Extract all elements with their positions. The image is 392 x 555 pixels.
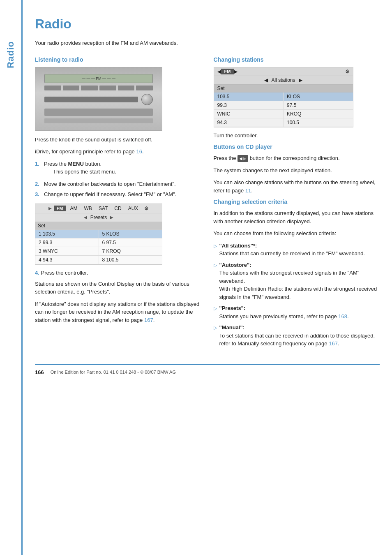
radio-btn-1: [44, 86, 61, 90]
criteria-manual-desc: To set stations that can be received in …: [219, 333, 375, 347]
cs-row-4: 94.3 100.5: [214, 118, 353, 127]
settings-icon[interactable]: ⚙: [144, 206, 149, 211]
cs-header: ◀ FM ▶ ⚙: [214, 67, 353, 76]
step-1-sub: This opens the start menu.: [53, 168, 116, 176]
step-2-num: 2.: [35, 180, 42, 188]
bullet-arrow-4: ▷: [214, 324, 217, 348]
changing-stations-img: ◀ FM ▶ ⚙ ◀ All stations ▶ Set 103.5 KLOS: [214, 67, 353, 127]
para4-prefix: If "Autostore" does not display any stat…: [35, 301, 199, 323]
station-cell-1-2: 5 KLOS: [99, 230, 162, 238]
cs-row-3: WNIC KROQ: [214, 110, 353, 118]
station-row-4: 4 94.3 8 100.5: [35, 256, 162, 264]
cs-row-1: 103.5 KLOS: [214, 92, 353, 101]
page-title: Radio: [35, 16, 380, 32]
cs-set: Set: [214, 85, 353, 92]
buttons-desc1-prefix: Press the: [214, 155, 238, 161]
fm-left-arrow: ▶: [48, 206, 52, 210]
page-link-167[interactable]: 167: [144, 317, 153, 323]
cs-right-arrow: ▶: [234, 69, 238, 74]
page-link-168[interactable]: 168: [338, 313, 347, 319]
radio-btn-2: [63, 86, 80, 90]
footer-copyright: Online Edition for Part no. 01 41 0 014 …: [51, 370, 176, 375]
radio-lower: [44, 109, 152, 116]
criteria-manual: ▷ "Manual": To set stations that can be …: [214, 324, 380, 348]
page-link-11[interactable]: 11: [245, 187, 251, 194]
criteria-manual-content: "Manual": To set stations that can be re…: [219, 324, 380, 348]
criteria-all-stations-desc: Stations that can currently be received …: [219, 250, 365, 257]
criteria-autostore-content: "Autostore": The stations with the stron…: [219, 261, 380, 301]
bullet-arrow-1: ▷: [214, 243, 217, 258]
station-cell-3-1: 3 WNYC: [35, 247, 99, 255]
step-1: 1. Press the MENU button. This opens the…: [35, 160, 201, 178]
page-link-167b[interactable]: 167: [329, 340, 338, 347]
criteria-all-stations-title: "All stations"*:: [219, 243, 257, 249]
aux-tab[interactable]: AUX: [126, 205, 141, 212]
radio-display: — — — FM — — —: [44, 74, 152, 83]
selection-criteria-list: ▷ "All stations"*: Stations that can cur…: [214, 242, 380, 348]
cs-row-2: 99.3 97.5: [214, 101, 353, 110]
step-2: 2. Move the controller backwards to open…: [35, 180, 201, 188]
bullet-arrow-3: ▷: [214, 305, 217, 320]
wb-tab[interactable]: WB: [82, 205, 94, 212]
idrive-text-prefix: iDrive, for operating principle refer to…: [35, 148, 136, 155]
step-3-num: 3.: [35, 190, 42, 199]
bullet-arrow-2: ▷: [214, 262, 217, 301]
selection-desc1: In addition to the stations currently di…: [214, 209, 380, 225]
station-table-left: ▶ FM AM WB SAT CD AUX ⚙ ◀ Presets ▶ S: [35, 204, 162, 265]
cs-cell-1-1: 103.5: [214, 92, 284, 101]
presets-label: Presets: [90, 215, 107, 220]
cs-left-arrow: ◀: [217, 69, 221, 74]
radio-btn-5: [118, 86, 135, 90]
criteria-presets-content: "Presets": Stations you have previously …: [219, 304, 380, 320]
criteria-autostore-desc: The stations with the strongest received…: [219, 270, 377, 300]
turn-controller-desc: Turn the controller.: [214, 132, 380, 140]
cs-settings-icon[interactable]: ⚙: [345, 69, 350, 74]
cs-cell-2-2: 97.5: [284, 101, 353, 109]
step-2-text: Move the controller backwards to open "E…: [44, 180, 176, 188]
steps-list: 1. Press the MENU button. This opens the…: [35, 160, 201, 199]
cs-cell-3-1: WNIC: [214, 110, 284, 118]
cs-fm-label: FM: [221, 69, 234, 74]
page-wrapper: Radio Radio Your radio provides receptio…: [0, 0, 392, 555]
station-row-3: 3 WNYC 7 KROQ: [35, 247, 162, 256]
criteria-manual-title: "Manual":: [219, 324, 244, 331]
two-col-layout: Listening to radio — — — FM — — —: [35, 56, 380, 352]
step-4-num: 4.: [35, 270, 39, 276]
page-link-16[interactable]: 16: [136, 148, 142, 155]
cs-cell-4-2: 100.5: [284, 118, 353, 127]
radio-buttons: [44, 86, 152, 90]
sidebar-label: Radio: [5, 41, 16, 68]
prev-next-button-icon: ◀▶: [238, 155, 248, 162]
desc-para-4: If "Autostore" does not display any stat…: [35, 300, 201, 324]
listening-to-radio-heading: Listening to radio: [35, 56, 201, 63]
para4-suffix: .: [153, 317, 155, 323]
step-1-text-prefix: Press the: [44, 161, 68, 167]
am-tab[interactable]: AM: [68, 205, 80, 212]
cs-left-arrow2: ◀: [264, 77, 268, 83]
cs-cell-2-1: 99.3: [214, 101, 284, 109]
sat-tab[interactable]: SAT: [97, 205, 110, 212]
idrive-text-suffix: .: [142, 148, 144, 155]
radio-btn-3: [81, 86, 98, 90]
step-1-num: 1.: [35, 160, 42, 178]
station-cell-1-1: 1 103.5: [35, 230, 99, 238]
desc-para-2: iDrive, for operating principle refer to…: [35, 148, 201, 156]
criteria-presets-title: "Presets":: [219, 305, 246, 311]
step-1-text-suffix: button.: [84, 161, 101, 167]
desc-para-3: Stations are shown on the Control Displa…: [35, 280, 201, 296]
desc-para-1: Press the knob if the sound output is sw…: [35, 136, 201, 144]
buttons-on-cd-desc1: Press the ◀▶ button for the correspondin…: [214, 154, 380, 162]
col-left: Listening to radio — — — FM — — —: [35, 56, 201, 352]
step-4-wrapper: 4. Press the controller.: [35, 270, 201, 276]
station-cell-4-2: 8 100.5: [99, 256, 162, 264]
fm-tab-selected[interactable]: FM: [54, 206, 66, 211]
station-cell-4-1: 4 94.3: [35, 256, 99, 264]
cs-right-arrow2: ▶: [299, 77, 302, 83]
station-cell-3-2: 7 KROQ: [99, 247, 162, 255]
col-right: Changing stations ◀ FM ▶ ⚙ ◀ All station…: [214, 56, 380, 352]
menu-keyword: MENU: [68, 161, 84, 167]
buttons-desc1-suffix: button for the corresponding direction.: [248, 155, 340, 161]
changing-selection-heading: Changing selection criteria: [214, 199, 380, 205]
cd-tab[interactable]: CD: [112, 205, 123, 212]
buttons-on-cd-desc2: The system changes to the next displayed…: [214, 166, 380, 175]
